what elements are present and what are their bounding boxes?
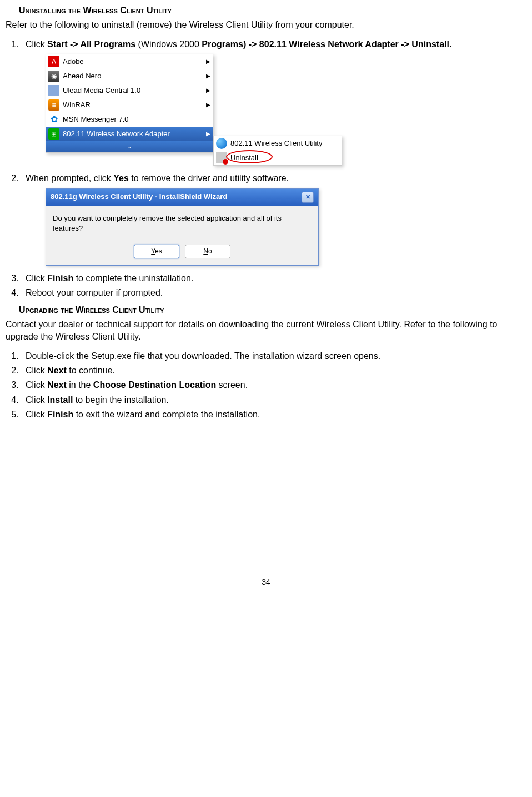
step-upgrade-4: Click Install to begin the installation. [21,394,526,406]
submenu-uninstall[interactable]: Uninstall [214,151,342,165]
wireless-submenu: 802.11 Wireless Client Utility Uninstall [213,136,342,166]
chevron-right-icon: ▶ [206,72,210,80]
menu-item-wireless-adapter[interactable]: ⊞ 802.11 Wireless Network Adapter ▶ [46,127,213,141]
step-uninstall-2: When prompted, click Yes to remove the d… [21,172,526,266]
step-upgrade-2: Click Next to continue. [21,365,526,377]
intro-upgrade: Contact your dealer or technical support… [6,318,526,343]
close-icon[interactable]: ✕ [302,192,314,203]
confirm-dialog: 802.11g Wireless Client Utility - Instal… [46,188,319,266]
intro-uninstall: Refer to the following to uninstall (rem… [6,19,526,31]
heading-uninstall: Uninstalling the Wireless Client Utility [19,4,526,17]
nero-icon: ◉ [48,71,59,82]
menu-item-adobe[interactable]: A Adobe ▶ [46,54,213,69]
uninstall-icon [216,152,227,163]
step-upgrade-5: Click Finish to exit the wizard and comp… [21,409,526,421]
menu-item-ahead-nero[interactable]: ◉ Ahead Nero ▶ [46,69,213,83]
menu-expand-chevron[interactable]: ⌄ [46,141,213,152]
menu-item-msn[interactable]: ✿ MSN Messenger 7.0 [46,112,213,127]
dialog-title-text: 802.11g Wireless Client Utility - Instal… [51,192,227,202]
menu-item-ulead[interactable]: Ulead Media Central 1.0 ▶ [46,83,213,98]
adapter-icon: ⊞ [48,128,59,140]
chevron-right-icon: ▶ [206,87,210,94]
step-uninstall-3: Click Finish to complete the uninstallat… [21,272,526,285]
yes-button[interactable]: Yes [134,245,179,258]
step-upgrade-3: Click Next in the Choose Destination Loc… [21,379,526,391]
dialog-button-row: Yes No [46,241,318,265]
chevron-right-icon: ▶ [206,58,210,66]
adobe-icon: A [48,56,59,67]
globe-icon [216,138,227,149]
page-number: 34 [6,577,526,588]
step-upgrade-1: Double-click the Setup.exe file that you… [21,350,526,362]
heading-upgrade: Upgrading the Wireless Client Utility [19,304,526,316]
programs-menu: A Adobe ▶ ◉ Ahead Nero ▶ Ulead Media Cen… [46,54,213,152]
step-uninstall-4: Reboot your computer if prompted. [21,287,526,299]
dialog-titlebar: 802.11g Wireless Client Utility - Instal… [46,189,318,206]
ulead-icon [48,85,59,96]
no-button[interactable]: No [185,245,230,258]
start-menu-screenshot: A Adobe ▶ ◉ Ahead Nero ▶ Ulead Media Cen… [46,54,526,166]
menu-item-winrar[interactable]: ≡ WinRAR ▶ [46,98,213,112]
submenu-client-utility[interactable]: 802.11 Wireless Client Utility [214,136,342,151]
msn-icon: ✿ [48,114,59,125]
chevron-right-icon: ▶ [206,101,210,109]
step-uninstall-1: Click Start -> All Programs (Windows 200… [21,38,526,166]
dialog-message: Do you want to completely remove the sel… [46,206,318,241]
winrar-icon: ≡ [48,99,59,111]
chevron-right-icon: ▶ [206,130,210,138]
